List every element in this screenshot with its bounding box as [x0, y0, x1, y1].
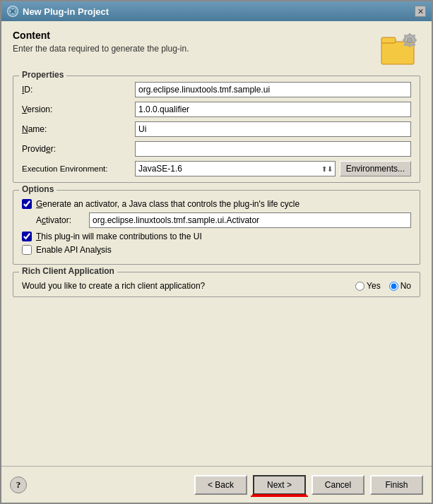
checkbox1-row: Generate an activator, a Java class that…	[22, 199, 411, 209]
rca-group: Rich Client Application Would you like t…	[13, 272, 420, 297]
titlebar-left: New Plug-in Project	[7, 6, 109, 17]
properties-label: Properties	[19, 70, 66, 80]
activator-checkbox-label: Generate an activator, a Java class that…	[36, 199, 299, 209]
back-button[interactable]: < Back	[194, 475, 247, 495]
env-label: Execution Environment:	[22, 164, 135, 173]
rca-yes-option: Yes	[355, 281, 381, 291]
next-button[interactable]: Next >	[253, 475, 306, 495]
cancel-button[interactable]: Cancel	[312, 475, 364, 495]
close-button[interactable]: ✕	[415, 6, 426, 17]
header-section: Content Enter the data required to gener…	[13, 30, 420, 68]
activator-row: Activator:	[22, 212, 411, 228]
svg-rect-6	[408, 44, 410, 47]
rca-question: Would you like to create a rich client a…	[22, 281, 205, 291]
rca-radio-group: Yes No	[355, 281, 411, 291]
window: New Plug-in Project ✕ Content Enter the …	[0, 0, 433, 504]
header-text: Content Enter the data required to gener…	[13, 30, 189, 54]
version-input[interactable]	[135, 102, 411, 117]
id-row: ID:	[22, 82, 411, 97]
environments-button[interactable]: Environments...	[340, 161, 411, 176]
options-group: Options Generate an activator, a Java cl…	[13, 190, 420, 265]
finish-button[interactable]: Finish	[370, 475, 423, 495]
window-icon	[7, 6, 18, 17]
properties-group: Properties ID: Version: Name: Provider: …	[13, 76, 420, 183]
id-label: ID:	[22, 85, 135, 95]
page-title: Content	[13, 30, 189, 41]
provider-label: Provider:	[22, 144, 135, 154]
rca-no-label: No	[401, 281, 411, 291]
folder-gear-icon	[380, 32, 419, 67]
rca-yes-label: Yes	[367, 281, 381, 291]
page-description: Enter the data required to generate the …	[13, 44, 189, 54]
options-label: Options	[19, 184, 57, 194]
rca-no-option: No	[389, 281, 411, 291]
activator-field-label: Activator:	[36, 215, 89, 225]
name-input[interactable]	[135, 121, 411, 137]
svg-rect-7	[403, 39, 405, 41]
checkbox2-row: This plug-in will make contributions to …	[22, 232, 411, 241]
spacer	[13, 304, 420, 457]
window-title: New Plug-in Project	[23, 6, 109, 17]
version-label: Version:	[22, 104, 135, 114]
activator-input[interactable]	[89, 212, 411, 228]
provider-row: Provider:	[22, 141, 411, 157]
version-row: Version:	[22, 102, 411, 117]
env-select[interactable]: JavaSE-1.6	[135, 161, 336, 176]
id-input[interactable]	[135, 82, 411, 97]
api-analysis-checkbox[interactable]	[22, 245, 32, 255]
svg-point-3	[407, 37, 413, 43]
rca-yes-radio[interactable]	[355, 282, 364, 291]
rca-no-radio[interactable]	[389, 282, 398, 291]
rca-label: Rich Client Application	[19, 266, 117, 276]
ui-contributions-checkbox[interactable]	[22, 232, 32, 241]
api-analysis-label: Enable API Analysis	[36, 245, 112, 255]
name-row: Name:	[22, 121, 411, 137]
env-select-wrapper: JavaSE-1.6 ⬆⬇	[135, 161, 336, 176]
button-bar: ? < Back Next > Cancel Finish	[1, 466, 432, 503]
svg-rect-2	[381, 37, 396, 43]
rca-row: Would you like to create a rich client a…	[22, 281, 411, 291]
checkbox3-row: Enable API Analysis	[22, 245, 411, 255]
content-area: Content Enter the data required to gener…	[1, 21, 432, 466]
header-icon	[378, 30, 420, 68]
name-label: Name:	[22, 124, 135, 134]
env-row: Execution Environment: JavaSE-1.6 ⬆⬇ Env…	[22, 161, 411, 176]
ui-contributions-label: This plug-in will make contributions to …	[36, 232, 202, 241]
svg-rect-8	[414, 39, 417, 41]
titlebar: New Plug-in Project ✕	[1, 1, 432, 21]
activator-checkbox[interactable]	[22, 199, 32, 209]
help-button[interactable]: ?	[10, 476, 27, 493]
provider-input[interactable]	[135, 141, 411, 157]
svg-rect-5	[408, 33, 410, 36]
